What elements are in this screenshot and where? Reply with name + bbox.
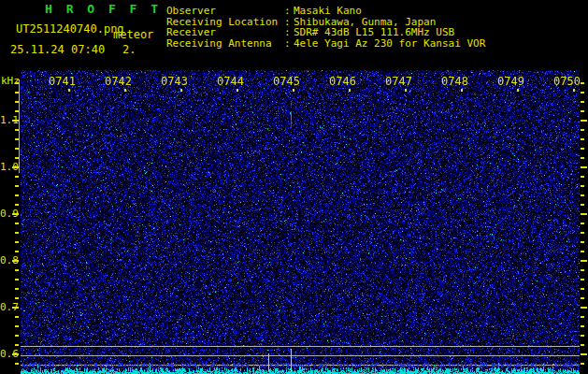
meteor-label: meteor: [113, 29, 153, 41]
freq-tick-right: [581, 297, 584, 299]
freq-tick-left: [15, 297, 19, 299]
time-label: 0744: [217, 76, 244, 87]
minute-tick: [517, 89, 519, 92]
output-filename: UT2511240740.png: [16, 23, 124, 36]
info-row-observer: Observer:Masaki Kano: [166, 6, 485, 17]
time-label: 0741: [49, 76, 76, 87]
freq-tick-right: [581, 101, 584, 103]
freq-tick-right: [581, 213, 587, 215]
time-label: 0743: [161, 76, 188, 87]
freq-tick-left: [12, 166, 19, 168]
freq-tick-right: [581, 307, 587, 309]
time-label: 0747: [385, 76, 412, 87]
freq-tick-right: [581, 288, 584, 290]
time-label: 0746: [329, 76, 356, 87]
time-label: 0745: [273, 76, 300, 87]
echo-count: 2.: [122, 44, 136, 56]
freq-tick-right: [581, 279, 584, 280]
freq-tick-right: [581, 194, 584, 196]
freq-tick-left: [12, 213, 19, 215]
y-axis-line: [19, 79, 20, 173]
freq-tick-right: [581, 223, 584, 224]
freq-tick-right: [581, 363, 584, 365]
info-value: SDR# 43dB L15 111.6MHz USB: [294, 27, 454, 38]
time-label: 0750: [553, 76, 581, 87]
freq-tick-right: [581, 110, 584, 112]
freq-tick-right: [581, 335, 584, 337]
hrofft-spectrogram-screenshot: H R O F F T UT2511240740.png meteor 25.1…: [0, 0, 588, 374]
freq-tick-right: [581, 82, 584, 84]
time-label: 0742: [105, 76, 132, 87]
freq-tick-right: [581, 129, 584, 131]
freq-tick-right: [581, 204, 584, 206]
freq-tick-left: [15, 325, 19, 327]
time-label: 0748: [441, 76, 468, 87]
freq-tick-left: [15, 269, 19, 271]
freq-tick-left: [15, 223, 19, 224]
freq-tick-right: [581, 325, 584, 327]
colon: :: [284, 6, 294, 17]
minute-tick: [349, 89, 351, 92]
freq-tick-right: [581, 185, 584, 187]
time-label: 0749: [497, 76, 524, 87]
minute-tick: [124, 89, 126, 92]
colon: :: [284, 27, 294, 38]
freq-tick-right: [581, 269, 584, 271]
observation-datetime: 25.11.24 07:40: [10, 44, 105, 56]
minute-tick: [68, 89, 70, 92]
freq-tick-left: [15, 176, 19, 178]
info-value: Masaki Kano: [294, 6, 362, 17]
minute-tick: [293, 89, 294, 92]
freq-tick-left: [15, 232, 19, 234]
freq-tick-left: [12, 307, 19, 309]
freq-tick-left: [15, 344, 19, 346]
freq-tick-right: [581, 316, 584, 318]
freq-tick-right: [581, 166, 587, 168]
freq-tick-right: [581, 251, 584, 252]
freq-tick-right: [581, 353, 587, 355]
spectrogram-canvas: [21, 70, 580, 374]
info-value: 4ele Yagi Az 230 for Kansai VOR: [294, 38, 485, 50]
freq-tick-left: [15, 241, 19, 243]
station-info: Observer:Masaki Kano Receiving Location:…: [166, 6, 485, 49]
freq-tick-right: [581, 157, 584, 159]
freq-tick-left: [15, 194, 19, 196]
freq-tick-left: [15, 316, 19, 318]
freq-tick-left: [15, 363, 19, 365]
freq-tick-left: [15, 204, 19, 206]
info-label: Receiver: [166, 27, 284, 38]
freq-tick-right: [581, 344, 584, 346]
minute-tick: [237, 89, 238, 92]
freq-tick-left: [15, 251, 19, 252]
freq-tick-left: [12, 353, 19, 355]
freq-tick-left: [12, 120, 19, 122]
minute-tick: [405, 89, 407, 92]
freq-tick-left: [15, 335, 19, 337]
freq-tick-right: [581, 232, 584, 234]
y-axis-unit-label: kHz: [1, 75, 20, 87]
info-row-receiver: Receiver:SDR# 43dB L15 111.6MHz USB: [166, 27, 485, 38]
info-label: Observer: [166, 6, 284, 17]
minute-tick: [461, 89, 463, 92]
freq-tick-left: [15, 279, 19, 280]
colon: :: [284, 38, 294, 50]
freq-tick-right: [581, 138, 584, 140]
freq-tick-right: [581, 176, 584, 178]
info-row-antenna: Receiving Antenna:4ele Yagi Az 230 for K…: [166, 38, 485, 50]
freq-tick-right: [581, 92, 584, 94]
freq-tick-right: [581, 241, 584, 243]
freq-tick-right: [581, 120, 587, 122]
freq-tick-right: [581, 148, 584, 150]
freq-tick-left: [15, 185, 19, 187]
minute-tick: [180, 89, 182, 92]
minute-tick: [573, 89, 575, 92]
freq-tick-right: [581, 260, 587, 262]
freq-tick-left: [15, 288, 19, 290]
info-label: Receiving Antenna: [166, 38, 284, 50]
app-title: H R O F F T: [45, 3, 162, 15]
freq-tick-left: [12, 260, 19, 262]
